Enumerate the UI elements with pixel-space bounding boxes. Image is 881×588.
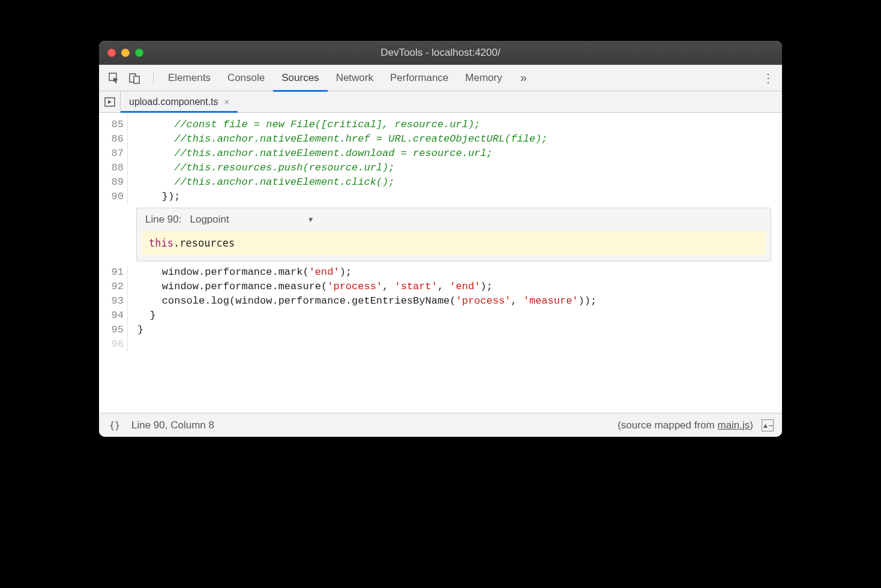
svg-rect-2 xyxy=(134,76,139,83)
line-number[interactable]: 91 xyxy=(99,265,128,280)
logpoint-expression-input[interactable]: this.resources xyxy=(142,231,766,255)
source-map-link[interactable]: main.js xyxy=(717,419,750,431)
line-number[interactable]: 95 xyxy=(99,323,128,337)
main-toolbar: ElementsConsoleSourcesNetworkPerformance… xyxy=(99,65,782,91)
tab-memory[interactable]: Memory xyxy=(457,65,510,91)
devtools-window: DevTools - localhost:4200/ ElementsConso… xyxy=(99,41,782,437)
source-map-info: (source mapped from main.js) xyxy=(618,419,753,431)
code-line[interactable]: window.performance.measure('process', 's… xyxy=(128,280,493,294)
window-title: DevTools - localhost:4200/ xyxy=(99,47,782,59)
breakpoint-type-value: Logpoint xyxy=(190,212,229,227)
cursor-position: Line 90, Column 8 xyxy=(131,419,214,431)
device-toggle-icon[interactable] xyxy=(127,70,142,86)
code-line[interactable] xyxy=(128,337,137,352)
tab-elements[interactable]: Elements xyxy=(160,65,219,91)
close-file-tab-icon[interactable]: × xyxy=(224,97,230,107)
tab-console[interactable]: Console xyxy=(219,65,273,91)
line-number[interactable]: 88 xyxy=(99,161,128,175)
line-number[interactable]: 89 xyxy=(99,175,128,190)
breakpoint-type-selector[interactable]: Logpoint ▼ xyxy=(190,212,314,227)
svg-text:{}: {} xyxy=(109,421,120,430)
logpoint-line-label: Line 90: xyxy=(145,212,182,227)
show-navigator-button[interactable] xyxy=(99,91,121,112)
code-editor[interactable]: 84 });85 //const file = new File([critic… xyxy=(99,113,782,413)
code-line[interactable]: console.log(window.performance.getEntrie… xyxy=(128,294,597,308)
line-number[interactable]: 85 xyxy=(99,118,128,132)
toolbar-divider xyxy=(153,71,154,85)
tab-performance[interactable]: Performance xyxy=(382,65,457,91)
settings-menu-button[interactable]: ⋮ xyxy=(759,71,777,85)
status-bar: {} Line 90, Column 8 (source mapped from… xyxy=(99,413,782,437)
logpoint-panel: Line 90: Logpoint ▼ this.resources xyxy=(136,208,771,262)
line-number[interactable]: 87 xyxy=(99,146,128,161)
line-number[interactable]: 96 xyxy=(99,337,128,352)
minimize-window-button[interactable] xyxy=(121,49,130,57)
line-number[interactable]: 84 xyxy=(99,113,128,118)
line-number[interactable]: 92 xyxy=(99,280,128,294)
code-line[interactable]: //this.resources.push(resource.url); xyxy=(128,161,394,175)
code-line[interactable]: } xyxy=(128,308,156,323)
traffic-lights xyxy=(107,49,143,57)
code-line[interactable]: //const file = new File([critical], reso… xyxy=(128,118,480,132)
line-number[interactable]: 93 xyxy=(99,294,128,308)
code-line[interactable]: } xyxy=(128,323,143,337)
code-line[interactable]: }); xyxy=(128,113,137,118)
tab-sources[interactable]: Sources xyxy=(273,65,327,91)
pretty-print-button[interactable]: {} xyxy=(107,418,123,433)
more-tabs-button[interactable]: » xyxy=(514,71,533,85)
code-line[interactable]: //this.anchor.nativeElement.click(); xyxy=(128,175,394,190)
line-number[interactable]: 90 xyxy=(99,190,128,204)
code-line[interactable]: //this.anchor.nativeElement.href = URL.c… xyxy=(128,132,548,146)
code-line[interactable]: }); xyxy=(128,190,180,204)
chevron-down-icon: ▼ xyxy=(307,212,314,227)
file-tab-name: upload.component.ts xyxy=(129,97,218,107)
code-line[interactable]: //this.anchor.nativeElement.download = r… xyxy=(128,146,493,161)
zoom-window-button[interactable] xyxy=(135,49,143,57)
file-tab-bar: upload.component.ts × xyxy=(99,91,782,113)
toggle-drawer-button[interactable]: ▲ xyxy=(762,419,774,431)
code-line[interactable]: window.performance.mark('end'); xyxy=(128,265,352,280)
line-number[interactable]: 86 xyxy=(99,132,128,146)
titlebar: DevTools - localhost:4200/ xyxy=(99,41,782,65)
logpoint-header: Line 90: Logpoint ▼ xyxy=(137,208,771,231)
file-tab[interactable]: upload.component.ts × xyxy=(121,91,238,112)
close-window-button[interactable] xyxy=(107,49,116,57)
panel-tabs: ElementsConsoleSourcesNetworkPerformance… xyxy=(160,65,511,91)
tab-network[interactable]: Network xyxy=(328,65,382,91)
line-number[interactable]: 94 xyxy=(99,308,128,323)
inspect-element-icon[interactable] xyxy=(106,70,122,86)
